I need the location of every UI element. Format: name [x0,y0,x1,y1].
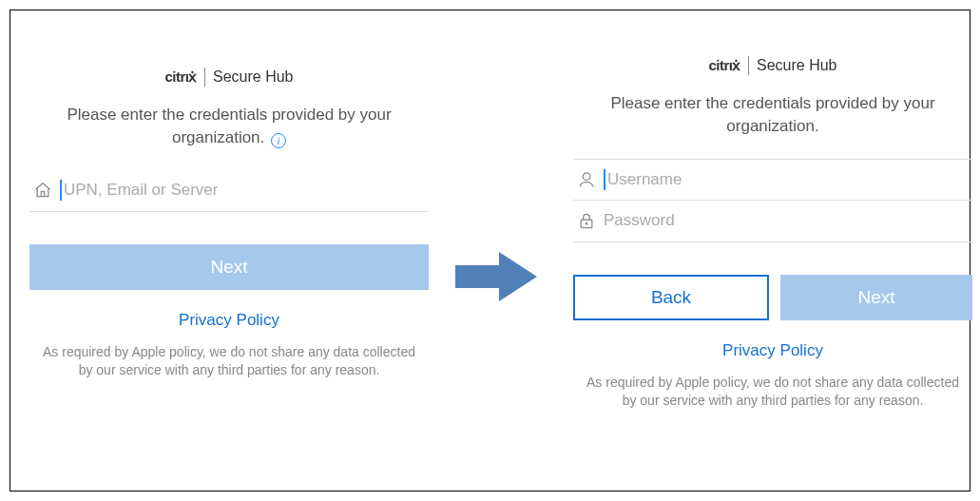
privacy-policy-link[interactable]: Privacy Policy [179,311,279,330]
server-input[interactable]: UPN, Email or Server [29,170,429,212]
legal-text: As required by Apple policy, we do not s… [29,343,429,380]
svg-marker-0 [455,252,537,301]
citrix-logo: citrıẋ [708,57,740,74]
instruction-text: Please enter the credentials provided by… [29,104,429,149]
brand-divider [204,67,205,87]
lock-icon [577,211,604,230]
info-icon[interactable]: i [271,133,286,148]
privacy-policy-link[interactable]: Privacy Policy [722,341,823,360]
svg-point-1 [583,173,590,181]
text-cursor [60,180,62,201]
next-button[interactable]: Next [780,275,972,320]
text-cursor [604,169,605,190]
home-icon [33,181,60,200]
button-row: Back Next [573,275,972,320]
server-placeholder: UPN, Email or Server [64,181,218,200]
screen-enter-server: citrıẋ Secure Hub Please enter the crede… [29,67,429,380]
password-input[interactable]: Password [573,201,972,242]
username-input[interactable]: Username [573,159,972,201]
next-button[interactable]: Next [29,244,429,290]
arrow-icon [455,248,541,305]
brand-header: citrıẋ Secure Hub [29,67,429,87]
back-button[interactable]: Back [573,275,769,320]
product-name: Secure Hub [757,57,837,74]
brand-divider [748,56,749,75]
citrix-logo: citrıẋ [164,68,197,86]
brand-header: citrıẋ Secure Hub [573,56,972,75]
legal-text: As required by Apple policy, we do not s… [573,374,972,411]
instruction-text: Please enter the credentials provided by… [573,92,972,138]
app-frame: citrıẋ Secure Hub Please enter the crede… [10,10,970,491]
svg-point-3 [586,223,587,225]
user-icon [577,170,604,189]
password-placeholder: Password [604,211,675,230]
screen-credentials: citrıẋ Secure Hub Please enter the crede… [573,56,972,411]
product-name: Secure Hub [213,68,294,86]
username-placeholder: Username [607,170,682,189]
